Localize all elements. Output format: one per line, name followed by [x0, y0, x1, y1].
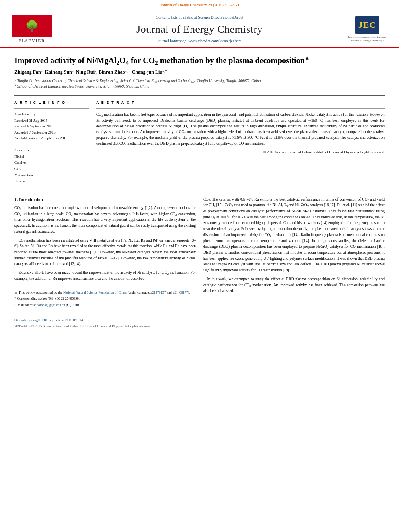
sciencedirect-label: ScienceDirect [220, 15, 243, 20]
affiliation-a: ᵃ Tianjin Co-Innovation Center of Chemic… [14, 78, 385, 84]
sciencedirect-link[interactable]: ScienceDirect [198, 15, 220, 20]
nsfc-link[interactable]: National Natural Science Foundation of C… [63, 290, 127, 294]
author-2-sup: a [72, 69, 74, 73]
intro-heading: 1. Introduction [14, 197, 196, 203]
jec-url1: http://www.journals.elsevier.com/ [348, 35, 387, 39]
info-abstract-section: A R T I C L E I N F O Article history: R… [14, 100, 385, 185]
keyword-5: Plasma [14, 178, 89, 184]
contents-text: Contents lists available at [156, 15, 197, 20]
available-date: Available online 12 September 2015 [14, 135, 89, 141]
author-1-sup: a [41, 69, 43, 73]
abstract-section: A B S T R A C T CO2 methanation has been… [96, 100, 385, 185]
footnotes-section: ☆ This work was supported by the Nationa… [14, 288, 196, 308]
page-wrapper: Journal of Energy Chemistry 24 (2015) 65… [0, 0, 399, 532]
history-label: Article history: [14, 112, 89, 117]
author-1: Zhigang Fan [14, 69, 41, 75]
authors-line: Zhigang Fana, Kaihang Suna, Ning Ruia, B… [14, 69, 385, 76]
keyword-3: CO2 [14, 166, 89, 172]
elsevier-logo: 🌳 ELSEVIER [10, 15, 54, 44]
contract-2-link[interactable]: 21406177 [174, 290, 188, 294]
abstract-divider [96, 108, 385, 109]
abstract-copyright: © 2015 Science Press and Dalian Institut… [96, 150, 385, 155]
footnote-corresponding: * Corresponding author. Tel: +86 22 2740… [14, 296, 196, 301]
keyword-4: Methanation [14, 172, 89, 178]
main-columns: 1. Introduction CO2 utilization has beco… [14, 197, 385, 310]
homepage-label: journal homepage: [157, 39, 187, 43]
article-info-panel: A R T I C L E I N F O Article history: R… [14, 100, 89, 185]
journal-homepage: journal homepage: www.elsevier.com/locat… [54, 38, 345, 44]
doi-text: http://dx.doi.org/10.1016/j.jechem.2015.… [14, 318, 83, 322]
journal-name: Journal of Energy Chemistry [54, 22, 345, 37]
journal-title-center: Contents lists available at ScienceDirec… [54, 15, 345, 44]
article-title: Improved activity of Ni/MgAl2O4 for CO2 … [14, 55, 385, 66]
jec-badge: JEC [355, 16, 379, 34]
keywords-label: Keywords: [14, 148, 89, 153]
copyright-bottom: 2095-4956/© 2015 Science Press and Dalia… [14, 324, 385, 329]
author-5: Chang-jun Liu [132, 69, 162, 75]
article-info-title: A R T I C L E I N F O [14, 100, 89, 105]
info-dates: Received 31 July 2015 Revised 6 Septembe… [14, 118, 89, 141]
footnote-email: E-mail address: coronacj@tju.edu.cn (C-j… [14, 303, 196, 308]
revised-date: Revised 6 September 2015 [14, 123, 89, 129]
keyword-2: Catalyst [14, 160, 89, 166]
jec-url: http://www.journals.elsevier.com/ Journa… [348, 35, 387, 43]
intro-para-1: CO2 utilization has become a hot topic w… [14, 205, 196, 235]
author-3: Ning Rui [76, 69, 95, 75]
affiliation-b: ᵇ School of Chemical Engineering, Northw… [14, 84, 385, 89]
elsevier-wordmark: ELSEVIER [19, 38, 45, 44]
col-left: 1. Introduction CO2 utilization has beco… [14, 197, 196, 310]
abstract-text: CO2 methanation has been a hot topic bec… [96, 112, 385, 146]
intro-para-2: CO2 methanation has been investigated us… [14, 238, 196, 267]
bottom-bar: http://dx.doi.org/10.1016/j.jechem.2015.… [14, 315, 385, 329]
jec-url2: Journal-of-energy-chemistry/ [351, 39, 384, 42]
accepted-date: Accepted 7 September 2015 [14, 129, 89, 135]
contents-line: Contents lists available at ScienceDirec… [54, 15, 345, 21]
author-3-sup: a [95, 69, 96, 73]
keywords-list: Nickel Catalyst CO2 Methanation Plasma [14, 154, 89, 184]
article-body: Improved activity of Ni/MgAl2O4 for CO2 … [0, 48, 399, 336]
author-2: Kaihang Sun [45, 69, 72, 75]
doi-link[interactable]: http://dx.doi.org/10.1016/j.jechem.2015.… [14, 318, 385, 323]
divider-1 [14, 95, 385, 96]
right-para-1: CO2. The catalyst with 0.6 wt% Ru exhibi… [203, 197, 385, 273]
star-icon: ★ [305, 56, 309, 62]
homepage-url[interactable]: www.elsevier.com/locate/jechem [189, 39, 242, 43]
elsevier-logo-box: 🌳 [12, 15, 52, 37]
footnote-star: ☆ This work was supported by the Nationa… [14, 290, 196, 295]
author-4-sup: a,b [125, 69, 130, 73]
received-date: Received 31 July 2015 [14, 118, 89, 123]
email-link[interactable]: coronacj@tju.edu.cn [37, 303, 65, 307]
divider-2 [14, 189, 385, 189]
col-right: CO2. The catalyst with 0.6 wt% Ru exhibi… [203, 197, 385, 310]
intro-para-3: Extensive efforts have been made toward … [14, 270, 196, 281]
info-divider-mid [14, 144, 89, 144]
journal-top-bar: Journal of Energy Chemistry 24 (2015) 65… [0, 0, 399, 10]
affiliations: ᵃ Tianjin Co-Innovation Center of Chemic… [14, 78, 385, 90]
author-4: Binran Zhao [99, 69, 125, 75]
contract-1-link[interactable]: 21476157 [152, 290, 166, 294]
elsevier-tree-icon: 🌳 [25, 18, 39, 34]
abstract-title: A B S T R A C T [96, 100, 385, 105]
keyword-1: Nickel [14, 154, 89, 160]
jec-logo: JEC http://www.journals.elsevier.com/ Jo… [345, 16, 389, 43]
author-5-sup: a,* [162, 69, 167, 73]
journal-issue-ref: Journal of Energy Chemistry 24 (2015) 65… [160, 3, 239, 7]
right-para-2: In this work, we attempted to study the … [203, 276, 385, 294]
journal-header: 🌳 ELSEVIER Contents lists available at S… [0, 10, 399, 48]
info-divider-top [14, 108, 89, 109]
section-number: 1. [14, 197, 18, 202]
